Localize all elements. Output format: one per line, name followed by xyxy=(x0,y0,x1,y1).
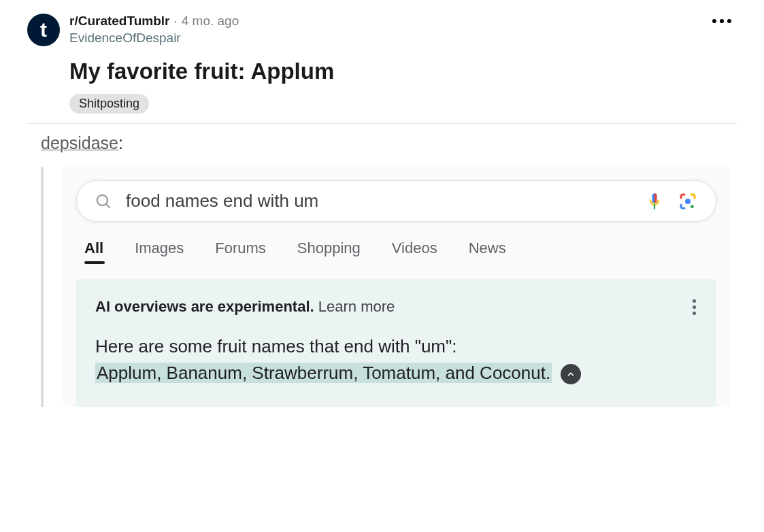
ai-overview-notice: AI overviews are experimental. Learn mor… xyxy=(95,298,697,316)
tab-news[interactable]: News xyxy=(469,239,506,257)
ai-answer-highlight: Applum, Bananum, Strawberrum, Tomatum, a… xyxy=(95,363,552,383)
svg-point-4 xyxy=(685,199,691,204)
tab-forums[interactable]: Forums xyxy=(215,239,266,257)
search-query-text: food names end with um xyxy=(126,190,631,212)
reddit-post: t r/CuratedTumblr · 4 mo. ago EvidenceOf… xyxy=(0,0,764,114)
post-header: t r/CuratedTumblr · 4 mo. ago EvidenceOf… xyxy=(27,14,737,46)
post-body: depsidase: food names end with um xyxy=(0,133,764,407)
ai-answer: Here are some fruit names that end with … xyxy=(95,333,697,386)
overflow-menu-icon[interactable] xyxy=(712,19,731,23)
colon: : xyxy=(118,133,123,152)
subreddit-avatar[interactable]: t xyxy=(27,14,60,46)
quote-block: food names end with um All Images xyxy=(41,167,730,407)
tab-all[interactable]: All xyxy=(84,239,103,257)
ai-overview-box: AI overviews are experimental. Learn mor… xyxy=(76,279,716,407)
collapse-button[interactable] xyxy=(561,364,581,384)
post-author[interactable]: EvidenceOfDespair xyxy=(69,31,239,46)
search-bar[interactable]: food names end with um xyxy=(76,180,716,222)
header-top-row: r/CuratedTumblr · 4 mo. ago xyxy=(69,14,239,29)
svg-point-3 xyxy=(691,205,694,208)
avatar-letter: t xyxy=(40,18,47,41)
voice-search-icon[interactable] xyxy=(645,192,664,211)
header-text: r/CuratedTumblr · 4 mo. ago EvidenceOfDe… xyxy=(69,14,239,46)
google-lens-icon[interactable] xyxy=(678,191,698,212)
chevron-up-icon xyxy=(566,369,576,379)
tumblr-user-link[interactable]: depsidase xyxy=(41,133,118,152)
post-age: 4 mo. ago xyxy=(182,14,239,29)
tab-videos[interactable]: Videos xyxy=(392,239,437,257)
separator-dot: · xyxy=(173,14,177,29)
search-tabs: All Images Forums Shopping Videos News xyxy=(76,222,716,264)
tab-images[interactable]: Images xyxy=(135,239,184,257)
divider xyxy=(27,123,737,124)
post-title: My favorite fruit: Applum xyxy=(69,59,737,84)
subreddit-link[interactable]: r/CuratedTumblr xyxy=(69,14,169,29)
ai-answer-intro: Here are some fruit names that end with … xyxy=(95,336,456,356)
learn-more-link[interactable]: Learn more xyxy=(318,298,395,315)
svg-line-1 xyxy=(106,203,110,207)
tab-shopping[interactable]: Shopping xyxy=(297,239,361,257)
ai-overflow-icon[interactable] xyxy=(693,299,696,315)
google-search-screenshot: food names end with um All Images xyxy=(63,167,730,407)
search-icon xyxy=(95,193,112,210)
ai-notice-bold: AI overviews are experimental. xyxy=(95,298,314,315)
post-flair[interactable]: Shitposting xyxy=(69,94,149,114)
